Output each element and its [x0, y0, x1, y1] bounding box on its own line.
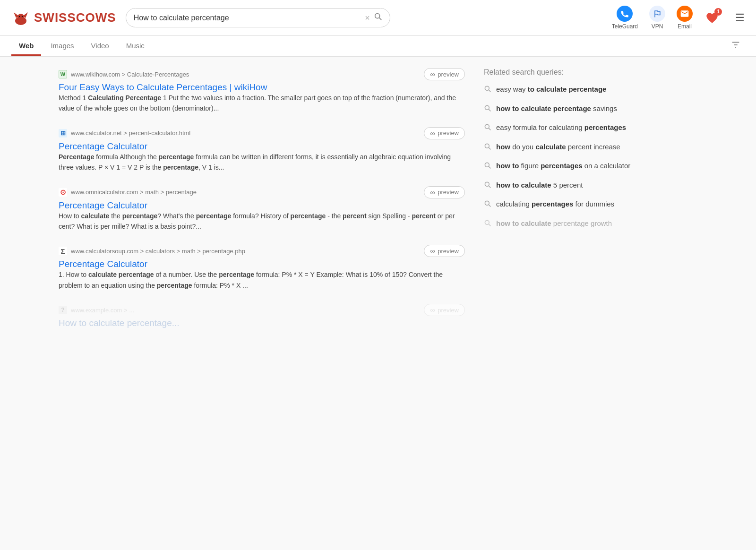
related-item-7[interactable]: how to calculate percentage growth: [484, 218, 644, 229]
related-item-0[interactable]: easy way to calculate percentage: [484, 84, 644, 95]
vpn-label: VPN: [652, 23, 663, 30]
related-item-3[interactable]: how do you calculate percent increase: [484, 142, 644, 153]
result-omni: ⊙ www.omnicalculator.com > math > percen…: [59, 186, 465, 232]
svg-line-26: [489, 224, 490, 226]
related-text-2: easy formula for calculating percentages: [496, 122, 626, 133]
nav-vpn[interactable]: VPN: [649, 6, 665, 30]
result-snippet-wikihow: Method 1 Calculating Percentage 1 Put th…: [59, 93, 465, 114]
result-url-row: ⊙ www.omnicalculator.com > math > percen…: [59, 186, 465, 198]
favicon-omni: ⊙: [59, 188, 67, 197]
related-item-1[interactable]: how to calculate percentage savings: [484, 103, 644, 114]
search-icon-5: [484, 181, 491, 190]
infinity-icon: ∞: [430, 129, 435, 137]
preview-label: preview: [438, 129, 459, 137]
search-input[interactable]: [134, 14, 361, 22]
svg-point-6: [375, 14, 379, 18]
related-text-1: how to calculate percentage savings: [496, 103, 617, 114]
result-url: www.example.com > ...: [71, 307, 134, 314]
result-title-calculator[interactable]: Percentage Calculator: [59, 141, 147, 151]
tab-video[interactable]: Video: [84, 37, 117, 56]
related-item-4[interactable]: how to figure percentages on a calculato…: [484, 161, 644, 172]
clear-icon[interactable]: ×: [365, 14, 370, 22]
result-soup: Σ www.calculatorsoup.com > calculators >…: [59, 245, 465, 291]
result-url: www.omnicalculator.com > math > percenta…: [71, 189, 197, 196]
preview-label: preview: [438, 189, 459, 196]
preview-button-soup[interactable]: ∞ preview: [424, 245, 465, 257]
favicon-soup: Σ: [59, 247, 67, 255]
nav-email[interactable]: Email: [677, 6, 693, 30]
tab-images[interactable]: Images: [43, 37, 81, 56]
svg-point-17: [485, 144, 489, 148]
search-icon-2: [484, 123, 491, 133]
result-url: www.calculator.net > percent-calculator.…: [71, 129, 190, 137]
tab-music[interactable]: Music: [119, 37, 152, 56]
result-url-row: ⊞ www.calculator.net > percent-calculato…: [59, 127, 465, 139]
related-text-3: how do you calculate percent increase: [496, 142, 620, 153]
email-label: Email: [678, 23, 692, 30]
result-snippet-omni: How to calculate the percentage? What's …: [59, 211, 465, 232]
heart-icon: 1: [704, 10, 720, 26]
result-url: www.wikihow.com > Calculate-Percentages: [71, 71, 189, 78]
search-icon-6: [484, 200, 491, 209]
preview-button-calculator[interactable]: ∞ preview: [424, 127, 465, 139]
svg-line-7: [379, 18, 381, 20]
preview-button-wikihow[interactable]: ∞ preview: [424, 68, 465, 80]
search-bar: ×: [126, 8, 390, 27]
main-content: W www.wikihow.com > Calculate-Percentage…: [47, 57, 709, 342]
svg-line-24: [489, 205, 490, 206]
logo[interactable]: SWISSCOWS: [11, 9, 116, 27]
related-text-6: calculating percentages for dummies: [496, 199, 614, 210]
search-results: W www.wikihow.com > Calculate-Percentage…: [59, 68, 465, 342]
related-item-2[interactable]: easy formula for calculating percentages: [484, 122, 644, 133]
svg-point-5: [22, 16, 23, 17]
result-snippet-soup: 1. How to calculate percentage of a numb…: [59, 269, 465, 291]
related-text-0: easy way to calculate percentage: [496, 84, 606, 95]
related-item-5[interactable]: how to calculate 5 percent: [484, 180, 644, 191]
email-icon: [677, 6, 693, 22]
logo-icon: [11, 9, 30, 27]
infinity-icon: ∞: [430, 70, 435, 78]
favorites-badge: 1: [714, 8, 722, 16]
result-wikihow: W www.wikihow.com > Calculate-Percentage…: [59, 68, 465, 114]
search-icon-0: [484, 85, 491, 95]
search-icon-4: [484, 162, 491, 171]
infinity-icon: ∞: [430, 306, 435, 314]
preview-button-partial[interactable]: ∞ preview: [424, 304, 465, 316]
filter-icon[interactable]: [727, 36, 745, 56]
result-title-soup[interactable]: Percentage Calculator: [59, 259, 147, 269]
svg-point-19: [485, 163, 489, 167]
favicon-calculator: ⊞: [59, 129, 67, 138]
related-title: Related search queries:: [484, 68, 644, 77]
related-text-7: how to calculate percentage growth: [496, 218, 612, 229]
svg-line-16: [489, 128, 490, 130]
nav-teleguard[interactable]: TeleGuard: [612, 6, 638, 30]
result-calculator-net: ⊞ www.calculator.net > percent-calculato…: [59, 127, 465, 173]
svg-line-14: [489, 109, 490, 111]
svg-point-4: [19, 16, 20, 17]
tab-web[interactable]: Web: [11, 37, 41, 56]
svg-point-23: [485, 201, 489, 205]
nav-favorites[interactable]: 1: [704, 10, 720, 26]
hamburger-menu[interactable]: ☰: [735, 12, 745, 24]
svg-point-15: [485, 124, 489, 129]
infinity-icon: ∞: [430, 189, 435, 196]
result-title-wikihow[interactable]: Four Easy Ways to Calculate Percentages …: [59, 82, 267, 92]
header: SWISSCOWS × TeleGuard VPN Email: [0, 0, 756, 36]
result-title-partial[interactable]: How to calculate percentage...: [59, 318, 180, 328]
svg-line-22: [489, 186, 490, 188]
result-url-row: W www.wikihow.com > Calculate-Percentage…: [59, 68, 465, 80]
preview-label: preview: [438, 248, 459, 255]
svg-point-11: [485, 86, 489, 90]
result-title-omni[interactable]: Percentage Calculator: [59, 200, 147, 210]
teleguard-label: TeleGuard: [612, 23, 638, 30]
search-icon[interactable]: [374, 12, 382, 23]
svg-point-13: [485, 105, 489, 110]
related-item-6[interactable]: calculating percentages for dummies: [484, 199, 644, 210]
search-tabs: Web Images Video Music: [0, 36, 756, 57]
preview-button-omni[interactable]: ∞ preview: [424, 186, 465, 198]
favicon-partial: ?: [59, 306, 67, 314]
result-snippet-calculator: Percentage formula Although the percenta…: [59, 152, 465, 173]
svg-line-12: [489, 90, 490, 92]
related-text-5: how to calculate 5 percent: [496, 180, 583, 191]
svg-point-3: [17, 14, 24, 20]
